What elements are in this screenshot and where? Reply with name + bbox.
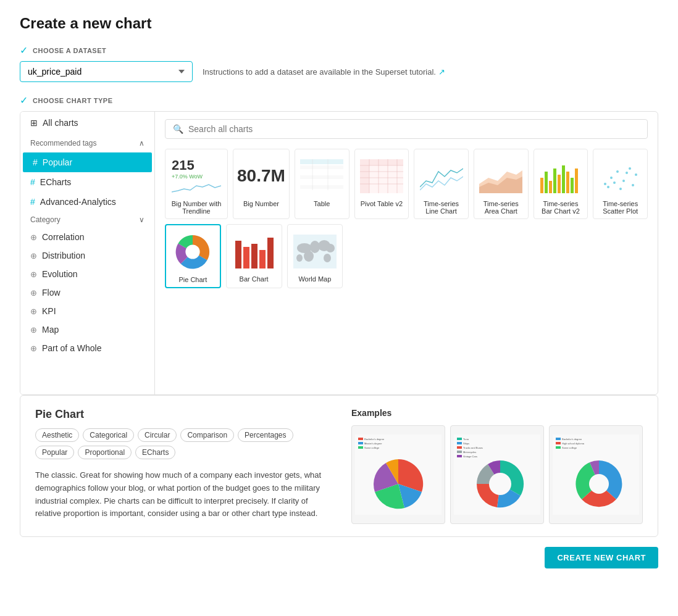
svg-point-40 xyxy=(613,181,616,184)
svg-point-37 xyxy=(635,173,637,176)
svg-rect-64 xyxy=(457,438,462,440)
svg-rect-29 xyxy=(575,169,578,193)
search-icon: 🔍 xyxy=(173,124,183,134)
chart-card-ts-bar[interactable]: Time-series Bar Chart v2 xyxy=(534,149,588,219)
selected-chart-name: Pie Chart xyxy=(35,408,332,421)
ts-area-thumb xyxy=(479,159,522,193)
svg-rect-2 xyxy=(300,170,343,174)
chart-card-ts-line[interactable]: Time-series Line Chart xyxy=(414,149,469,219)
sidebar-cat-part-of-whole[interactable]: ⊕ Part of a Whole xyxy=(20,339,154,357)
grid-icon: ⊞ xyxy=(30,118,38,128)
svg-text:Master's degree: Master's degree xyxy=(364,442,382,445)
sidebar-all-charts[interactable]: ⊞ All charts xyxy=(20,112,154,134)
category-label: Category xyxy=(30,215,61,224)
chart-card-big-number-trendline[interactable]: 215 +7.0% WoW Big Number with Trendline xyxy=(165,149,228,219)
flow-icon: ⊕ xyxy=(30,288,37,298)
chart-picker: ⊞ All charts Recommended tags ∧ # Popula… xyxy=(20,111,658,395)
tag-circular[interactable]: Circular xyxy=(138,428,177,442)
svg-text:Tuna: Tuna xyxy=(463,438,469,441)
chart-card-world-map[interactable]: World Map xyxy=(287,224,343,288)
search-bar[interactable]: 🔍 xyxy=(165,119,648,139)
page-title: Create a new chart xyxy=(20,15,658,32)
sidebar-tag-echarts[interactable]: # ECharts xyxy=(20,172,154,192)
table-label: Table xyxy=(299,200,345,207)
dataset-select[interactable]: uk_price_paid xyxy=(20,61,193,82)
sidebar-cat-map[interactable]: ⊕ Map xyxy=(20,320,154,339)
sidebar-cat-kpi[interactable]: ⊕ KPI xyxy=(20,302,154,320)
tag-aesthetic[interactable]: Aesthetic xyxy=(35,428,79,442)
chart-card-big-number[interactable]: 80.7M Big Number xyxy=(233,149,290,219)
tutorial-link[interactable]: ↗ xyxy=(438,67,445,77)
detail-left: Pie Chart Aesthetic Categorical Circular… xyxy=(35,408,332,524)
table-thumb xyxy=(300,159,343,193)
tag-percentages[interactable]: Percentages xyxy=(238,428,293,442)
tags-row: Aesthetic Categorical Circular Compariso… xyxy=(35,428,332,459)
svg-text:Ships: Ships xyxy=(463,442,469,445)
svg-text:High school diploma: High school diploma xyxy=(562,442,585,445)
svg-point-55 xyxy=(296,254,303,262)
cat-kpi-label: KPI xyxy=(42,306,56,316)
create-chart-button[interactable]: CREATE NEW CHART xyxy=(545,547,658,568)
svg-point-36 xyxy=(632,184,634,186)
example-1: Bachelor's degree Master's degree Some c… xyxy=(351,425,445,524)
step2-label: CHOOSE CHART TYPE xyxy=(33,97,113,104)
tag-categorical[interactable]: Categorical xyxy=(83,428,134,442)
hash-icon-advanced: # xyxy=(30,197,35,207)
example-2: Tuna Ships Trucks and Buses Motorcycles … xyxy=(450,425,544,524)
step1-label: CHOOSE A DATASET xyxy=(33,47,106,54)
ts-scatter-thumb xyxy=(599,159,642,193)
svg-text:Trucks and Buses: Trucks and Buses xyxy=(463,446,483,449)
step1-header: ✓ CHOOSE A DATASET xyxy=(20,44,658,56)
svg-point-54 xyxy=(324,254,331,262)
cat-distribution-label: Distribution xyxy=(42,251,85,260)
cat-flow-label: Flow xyxy=(42,288,61,298)
svg-point-32 xyxy=(607,186,609,188)
svg-point-74 xyxy=(489,473,511,495)
svg-rect-45 xyxy=(251,244,257,268)
svg-rect-23 xyxy=(549,181,552,193)
search-input[interactable] xyxy=(188,124,640,134)
chart-card-pivot-table[interactable]: Pivot Table v2 xyxy=(354,149,409,219)
svg-rect-57 xyxy=(358,438,363,440)
pivot-label: Pivot Table v2 xyxy=(359,200,405,207)
step2-header: ✓ CHOOSE CHART TYPE xyxy=(20,94,658,106)
sidebar-cat-distribution[interactable]: ⊕ Distribution xyxy=(20,246,154,265)
tag-proportional[interactable]: Proportional xyxy=(78,446,132,459)
hash-icon-popular: # xyxy=(33,157,38,167)
chart-grid-area: 🔍 215 +7.0% WoW Big Numbe xyxy=(155,112,658,394)
sidebar-recommended-header[interactable]: Recommended tags ∧ xyxy=(20,134,154,152)
svg-rect-24 xyxy=(553,169,556,193)
sidebar-tag-popular[interactable]: # Popular xyxy=(23,152,152,172)
sidebar-cat-evolution[interactable]: ⊕ Evolution xyxy=(20,265,154,283)
evolution-icon: ⊕ xyxy=(30,270,37,279)
example2-svg: Tuna Ships Trucks and Buses Motorcycles … xyxy=(454,435,540,515)
bn-value: 80.7M xyxy=(237,166,285,186)
tag-popular[interactable]: Popular xyxy=(35,446,74,459)
svg-rect-26 xyxy=(562,165,565,193)
svg-point-31 xyxy=(610,177,613,179)
svg-text:Vintage Cars: Vintage Cars xyxy=(463,455,477,458)
sidebar-cat-flow[interactable]: ⊕ Flow xyxy=(20,283,154,302)
sidebar-tag-advanced[interactable]: # Advanced-Analytics xyxy=(20,192,154,212)
tag-echarts[interactable]: ECharts xyxy=(135,446,175,459)
cat-part-label: Part of a Whole xyxy=(42,343,102,353)
chart-card-ts-area[interactable]: Time-series Area Chart xyxy=(474,149,529,219)
svg-point-38 xyxy=(619,188,622,190)
ts-bar-thumb xyxy=(539,159,582,193)
check-icon-1: ✓ xyxy=(20,44,28,56)
tag-comparison[interactable]: Comparison xyxy=(180,428,234,442)
all-charts-label: All charts xyxy=(43,118,78,128)
dataset-hint: Instructions to add a dataset are availa… xyxy=(203,67,445,77)
sidebar-cat-correlation[interactable]: ⊕ Correlation xyxy=(20,228,154,246)
svg-rect-72 xyxy=(457,455,462,457)
chart-card-ts-scatter[interactable]: Time-series Scatter Plot xyxy=(593,149,648,219)
svg-point-52 xyxy=(326,244,335,252)
chevron-up-icon: ∧ xyxy=(139,139,144,148)
part-icon: ⊕ xyxy=(30,344,37,353)
chart-card-bar[interactable]: Bar Chart xyxy=(226,224,282,288)
ts-line-label: Time-series Line Chart xyxy=(418,200,464,215)
sidebar-category-header[interactable]: Category ∨ xyxy=(20,212,154,228)
svg-rect-59 xyxy=(358,442,363,444)
chart-card-table[interactable]: Table xyxy=(295,149,349,219)
chart-card-pie[interactable]: Pie Chart xyxy=(165,224,221,288)
